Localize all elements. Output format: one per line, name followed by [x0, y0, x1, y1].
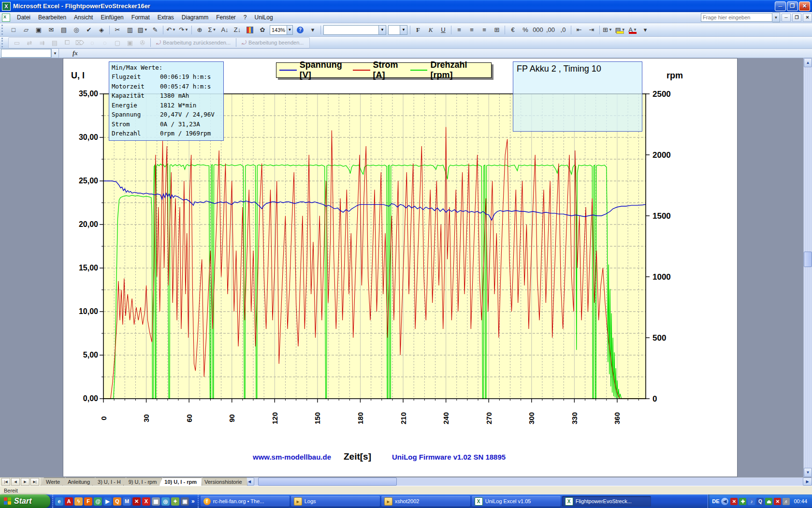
chevron-down-icon[interactable]: ▼	[172, 28, 176, 32]
legend-entry-spannungv[interactable]: Spannung [V]	[279, 60, 353, 80]
vertical-scroll-track[interactable]	[804, 67, 812, 468]
undo-icon[interactable]: ↶▼	[165, 24, 177, 35]
print-preview-icon[interactable]: ◎	[71, 24, 82, 35]
display-settings-icon[interactable]: ▣	[181, 497, 189, 506]
vertical-scroll-thumb[interactable]	[804, 252, 812, 267]
quick-launch-overflow-icon[interactable]: »	[190, 498, 196, 505]
hyperlink-icon[interactable]: ⊕	[194, 24, 205, 35]
close-button[interactable]: ✕	[799, 1, 810, 11]
menu-item-format[interactable]: Format	[128, 13, 154, 22]
spelling-icon[interactable]: ✔	[83, 24, 95, 35]
utility-icon[interactable]: ✦	[171, 497, 179, 506]
volume-icon[interactable]: ♬	[783, 498, 790, 505]
last-sheet-button[interactable]: ▶|	[30, 478, 39, 486]
chevron-down-icon[interactable]: ▼	[144, 28, 148, 32]
firefox-icon[interactable]: F	[84, 497, 92, 506]
increase-decimal-icon[interactable]: ,00	[545, 24, 556, 35]
fill-color-icon[interactable]: ▨▼	[614, 24, 626, 35]
sheet-tab-9uirpm[interactable]: 9) U, I - rpm	[123, 478, 162, 486]
format-painter-icon[interactable]: ✎	[149, 24, 161, 35]
mail-icon[interactable]: ✉	[45, 24, 57, 35]
media-player-icon[interactable]: ▶	[103, 497, 112, 506]
scroll-down-icon[interactable]: ▼	[804, 468, 812, 477]
horizontal-scroll-track[interactable]	[254, 478, 803, 486]
audio-mixer-icon[interactable]: ♪	[748, 498, 755, 505]
zoom-combo[interactable]: 143%▼	[270, 25, 293, 35]
horizontal-scroll-thumb[interactable]	[258, 478, 397, 486]
antivirus-tray-icon[interactable]: ✕	[774, 498, 781, 505]
antivirus-icon[interactable]: ✕	[132, 497, 141, 506]
align-right-icon[interactable]: ≡	[478, 24, 490, 35]
borders-icon[interactable]: ⊞▼	[602, 24, 613, 35]
menu-item-unilog[interactable]: UniLog	[251, 13, 277, 22]
align-left-icon[interactable]: ≡	[453, 24, 465, 35]
language-indicator[interactable]: DE	[712, 498, 719, 504]
sort-descending-icon[interactable]: Z↓	[232, 24, 243, 35]
horizontal-scrollbar[interactable]: ◀ ▶	[245, 478, 812, 486]
chevron-down-icon[interactable]: ▼	[609, 28, 612, 32]
question-dropdown-icon[interactable]: ▼	[772, 13, 780, 22]
merge-center-icon[interactable]: ⊞	[491, 24, 503, 35]
chevron-down-icon[interactable]: ▼	[400, 26, 407, 34]
sheet-tab-versionshistorie[interactable]: Versionshistorie	[199, 478, 247, 486]
menu-item-bearbeiten[interactable]: Bearbeiten	[34, 13, 70, 22]
menu-item-extras[interactable]: Extras	[154, 13, 178, 22]
task-button-xshot2002[interactable]: ▸xshot2002	[381, 496, 470, 507]
legend-entry-stroma[interactable]: Strom [A]	[353, 60, 410, 80]
workbook-minimize-button[interactable]: ─	[782, 14, 791, 22]
scroll-up-icon[interactable]: ▲	[804, 58, 812, 67]
toolbar-grip-2[interactable]	[1, 38, 6, 47]
font-size-combo[interactable]: ▼	[388, 25, 407, 35]
font-color-icon[interactable]: A▼	[627, 24, 638, 35]
save-icon[interactable]: ▣	[33, 24, 44, 35]
quicktime-icon[interactable]: Q	[113, 497, 121, 506]
vertical-scrollbar[interactable]: ▲ ▼	[803, 58, 812, 477]
question-input[interactable]	[701, 13, 772, 22]
sort-ascending-icon[interactable]: A↓	[219, 24, 231, 35]
minmax-textbox[interactable]: Min/Max Werte: Flugzeit00:06:19 h:m:sMot…	[109, 61, 224, 141]
scheduler-icon[interactable]: ✕	[730, 498, 738, 505]
name-box-dropdown-icon[interactable]: ▼	[51, 48, 59, 58]
chevron-down-icon[interactable]: ▼	[213, 28, 217, 32]
decrease-indent-icon[interactable]: ⇤	[573, 24, 585, 35]
new-icon[interactable]: □	[8, 24, 19, 35]
tray-collapse-icon[interactable]: ◀	[721, 498, 728, 505]
chevron-down-icon[interactable]: ▼	[185, 28, 188, 32]
menu-item-diagramm[interactable]: Diagramm	[178, 13, 212, 22]
align-center-icon[interactable]: ≡	[466, 24, 478, 35]
quicktime-tray-icon[interactable]: Q	[756, 498, 764, 505]
chart-sheet[interactable]: U, I rpm 35,0030,0025,0020,0015,0010,005…	[63, 58, 738, 477]
mail-client-icon[interactable]: @	[94, 497, 102, 506]
chevron-down-icon[interactable]: ▼	[633, 28, 637, 32]
autosum-icon[interactable]: Σ▼	[206, 24, 218, 35]
thousands-icon[interactable]: 000	[532, 24, 544, 35]
workbook-close-button[interactable]: ✕	[803, 14, 812, 22]
toolbar-grip[interactable]	[1, 25, 6, 35]
chart-legend[interactable]: Spannung [V]Strom [A]Drehzahl [rpm]	[276, 62, 492, 78]
chevron-down-icon[interactable]: ▼	[287, 26, 292, 34]
research-icon[interactable]: ◈	[96, 24, 107, 35]
task-button-rchelifanorgthe[interactable]: frc-heli-fan.org • The...	[201, 496, 290, 507]
help-icon[interactable]: ?	[294, 24, 306, 35]
font-name-combo[interactable]: ▼	[323, 25, 386, 35]
device-manager-icon[interactable]: ▦	[152, 497, 160, 506]
task-button-logs[interactable]: ▸Logs	[291, 496, 380, 507]
name-box[interactable]	[1, 49, 51, 58]
workbook-restore-button[interactable]: ❐	[792, 14, 801, 22]
task-button-unilogexcelv105[interactable]: XUniLog Excel v1.05	[472, 496, 561, 507]
redo-icon[interactable]: ↷▼	[178, 24, 189, 35]
legend-entry-drehzahlrpm[interactable]: Drehzahl [rpm]	[410, 60, 488, 80]
italic-icon[interactable]: K	[425, 24, 436, 35]
toolbar-options-icon-2[interactable]: ▾	[639, 24, 651, 35]
chevron-down-icon[interactable]: ▼	[378, 26, 386, 34]
scroll-right-icon[interactable]: ▶	[803, 478, 812, 486]
sheet-tab-werte[interactable]: Werte	[41, 478, 65, 486]
xnview-icon[interactable]: X	[142, 497, 150, 506]
winamp-icon[interactable]: ϟ	[74, 497, 83, 506]
menu-item-ansicht[interactable]: Ansicht	[70, 13, 97, 22]
open-icon[interactable]: ▱	[20, 24, 32, 35]
sheet-tab-3uih[interactable]: 3) U, I - H	[92, 478, 126, 486]
akku-textbox[interactable]: FP Akku 2 , Timing 10	[513, 61, 642, 132]
underline-icon[interactable]: U	[437, 24, 449, 35]
start-button[interactable]: Start	[0, 494, 50, 508]
